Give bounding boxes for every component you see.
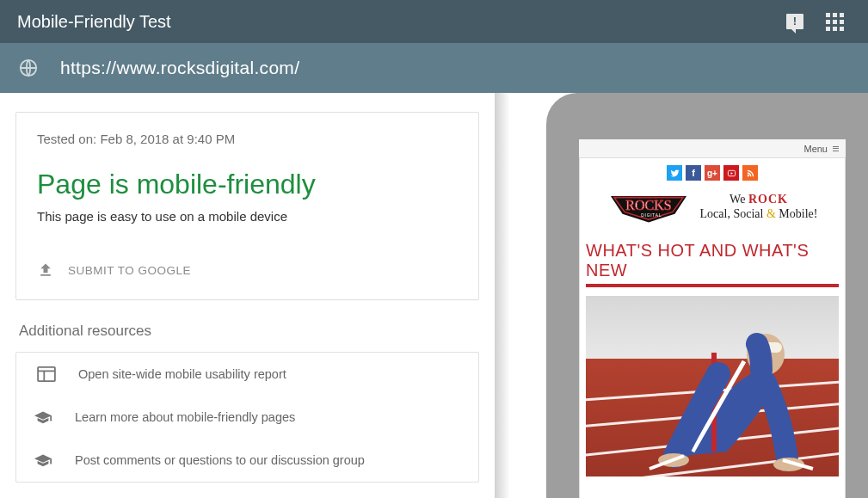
svg-text:ROCKS: ROCKS [625, 198, 671, 212]
resource-text: Open site-wide mobile usability report [78, 367, 286, 381]
rss-icon [742, 165, 758, 181]
preview-tagline: We ROCK Local, Social & Mobile! [700, 192, 818, 222]
submit-to-google-button[interactable]: SUBMIT TO GOOGLE [37, 261, 458, 287]
runner-illustration [632, 301, 830, 473]
app-header: Mobile-Friendly Test ! [0, 0, 868, 43]
status-title: Page is mobile-friendly [37, 169, 458, 200]
feedback-icon[interactable]: ! [786, 14, 803, 29]
preview-social-row: f g+ [579, 158, 846, 186]
header-actions: ! [786, 13, 851, 31]
upload-icon [37, 261, 54, 279]
submit-label: SUBMIT TO GOOGLE [68, 264, 191, 277]
preview-section-title: WHAT'S HOT AND WHAT'S NEW [579, 232, 846, 284]
resource-text: Post comments or questions to our discus… [75, 453, 365, 467]
content-area: Tested on: Feb 8, 2018 at 9:40 PM Page i… [0, 93, 868, 498]
tagline-pre: We [729, 193, 748, 206]
resource-item-usability-report[interactable]: Open site-wide mobile usability report [34, 353, 461, 396]
phone-screen: Menu f g+ [579, 139, 846, 498]
preview-menu-label: Menu [803, 144, 828, 154]
hamburger-icon [833, 146, 839, 151]
result-card: Tested on: Feb 8, 2018 at 9:40 PM Page i… [15, 112, 479, 300]
results-column: Tested on: Feb 8, 2018 at 9:40 PM Page i… [0, 93, 495, 498]
preview-column: Menu f g+ [495, 93, 868, 498]
tagline-line2a: Local, Social [700, 207, 766, 220]
web-icon [37, 366, 56, 382]
youtube-icon [723, 165, 739, 181]
facebook-icon: f [686, 165, 701, 181]
status-subtitle: This page is easy to use on a mobile dev… [37, 209, 458, 224]
tagline-line2b: Mobile! [776, 207, 818, 220]
school-icon [34, 452, 52, 468]
resource-text: Learn more about mobile-friendly pages [75, 410, 295, 424]
preview-brand-row: ROCKS DIGITAL We ROCK Local, Social & Mo… [579, 186, 846, 232]
tested-on-text: Tested on: Feb 8, 2018 at 9:40 PM [37, 132, 458, 146]
resource-item-discussion[interactable]: Post comments or questions to our discus… [34, 439, 461, 482]
url-bar: https://www.rocksdigital.com/ [0, 43, 868, 93]
svg-rect-1 [38, 367, 55, 381]
app-title: Mobile-Friendly Test [17, 12, 786, 32]
tagline-rock: ROCK [748, 193, 788, 206]
globe-icon [19, 58, 38, 77]
svg-text:DIGITAL: DIGITAL [641, 213, 662, 218]
divider-shadow [495, 93, 510, 498]
school-icon [34, 409, 52, 425]
apps-icon[interactable] [826, 13, 844, 31]
preview-menu-bar: Menu [579, 139, 846, 158]
resource-item-learn-more[interactable]: Learn more about mobile-friendly pages [34, 396, 461, 439]
preview-section-rule [586, 284, 839, 287]
rocks-logo: ROCKS DIGITAL [607, 189, 690, 224]
resources-heading: Additional resources [19, 323, 479, 340]
googleplus-icon: g+ [705, 165, 720, 181]
url-input[interactable]: https://www.rocksdigital.com/ [60, 58, 299, 78]
resources-card: Open site-wide mobile usability report L… [15, 352, 479, 483]
tagline-amp: & [766, 207, 776, 220]
twitter-icon [667, 165, 682, 181]
preview-article-image [586, 296, 839, 476]
svg-point-5 [747, 175, 748, 176]
